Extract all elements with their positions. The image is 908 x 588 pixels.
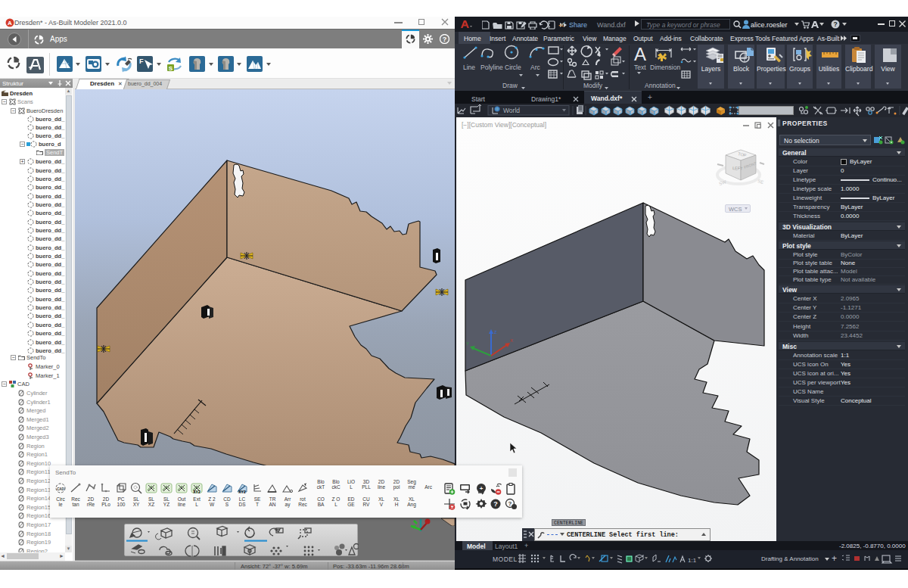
svg-text:CAD: CAD	[57, 487, 64, 491]
svg-text:World: World	[503, 107, 520, 114]
svg-text:X: X	[510, 338, 513, 343]
svg-text:LEFT: LEFT	[732, 166, 743, 171]
svg-text:Line: Line	[463, 64, 475, 71]
svg-text:?: ?	[833, 20, 837, 28]
svg-text:S: S	[169, 65, 173, 72]
svg-text:Text: Text	[634, 64, 646, 71]
svg-text:Dimension: Dimension	[650, 64, 680, 71]
svg-text:Z: Z	[494, 330, 497, 334]
svg-text:XY2: XY2	[193, 490, 201, 494]
svg-text:+: +	[480, 485, 484, 492]
svg-text:?: ?	[443, 36, 447, 43]
svg-text:A: A	[8, 20, 12, 26]
svg-text:Circle: Circle	[505, 64, 521, 71]
svg-text:XY2: XY2	[238, 490, 246, 494]
svg-text:SE: SE	[757, 179, 764, 185]
svg-text:Y: Y	[466, 341, 469, 346]
svg-text:Draw: Draw	[502, 82, 518, 89]
svg-text:Modify: Modify	[583, 82, 603, 89]
svg-text:Annotation: Annotation	[645, 82, 676, 89]
svg-text:Polyline: Polyline	[480, 64, 503, 71]
svg-text:Share: Share	[569, 21, 587, 29]
svg-text:?: ?	[508, 500, 512, 507]
svg-text:A: A	[634, 44, 646, 64]
svg-text:F: F	[139, 58, 144, 65]
svg-text:Arc: Arc	[530, 64, 541, 71]
svg-text:?: ?	[493, 500, 498, 508]
svg-text:1:1: 1:1	[688, 557, 697, 564]
